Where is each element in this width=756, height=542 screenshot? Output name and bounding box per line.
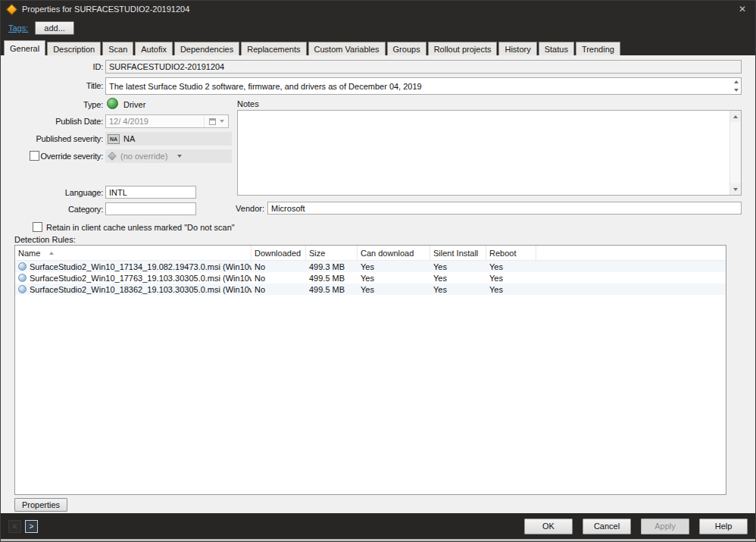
tab-general[interactable]: General <box>4 40 45 55</box>
calendar-icon <box>209 118 216 125</box>
retain-cache-label: Retain in client cache unless marked "Do… <box>46 223 235 232</box>
column-header-silent-install[interactable]: Silent Install <box>430 246 486 260</box>
driver-type-icon <box>107 98 118 109</box>
chevron-down-icon <box>220 120 224 123</box>
publish-date-picker[interactable]: 12/ 4/2019 <box>105 114 229 128</box>
help-button[interactable]: Help <box>699 519 748 534</box>
notes-scrollbar[interactable] <box>729 111 741 195</box>
language-label: Language: <box>1 188 103 197</box>
column-header-name[interactable]: Name <box>15 246 251 260</box>
column-header-downloaded[interactable]: Downloaded <box>251 246 306 260</box>
sort-ascending-icon <box>49 252 54 255</box>
calendar-dropdown[interactable] <box>204 115 228 127</box>
msi-file-icon <box>18 262 27 271</box>
tab-trending[interactable]: Trending <box>576 42 620 55</box>
ok-button[interactable]: OK <box>524 519 573 534</box>
column-header-can-download[interactable]: Can download <box>358 246 430 260</box>
msi-file-icon <box>18 274 27 282</box>
add-tag-button[interactable]: add... <box>35 21 74 35</box>
tab-replacements[interactable]: Replacements <box>241 42 306 55</box>
table-header-row: Name Downloaded Size Can download Silent… <box>15 246 726 261</box>
publish-date-value: 12/ 4/2019 <box>106 117 204 126</box>
title-bar: Properties for SURFACESTUDIO2-20191204 ✕ <box>1 1 755 17</box>
category-label: Category: <box>1 205 103 214</box>
detection-rules-label: Detection Rules: <box>14 235 76 244</box>
detection-rules-table: Name Downloaded Size Can download Silent… <box>14 245 726 495</box>
severity-na-badge: NA <box>108 134 120 144</box>
next-record-button[interactable]: > <box>25 520 38 533</box>
scroll-up-icon[interactable] <box>730 111 741 122</box>
close-icon[interactable]: ✕ <box>736 4 749 14</box>
footer-bar: < > OK Cancel Apply Help <box>1 513 755 539</box>
title-field[interactable] <box>106 78 731 94</box>
id-field[interactable] <box>105 60 742 74</box>
dialog-buttons: OK Cancel Apply Help <box>524 519 748 534</box>
severity-icon <box>108 152 116 160</box>
apply-button[interactable]: Apply <box>641 519 689 534</box>
general-tab-panel: ID: Title: Type: Driver Notes Publish Da… <box>1 55 755 513</box>
app-icon <box>7 5 17 14</box>
published-severity-label: Published severity: <box>1 134 103 143</box>
tags-link[interactable]: Tags: <box>8 23 28 33</box>
table-body: SurfaceStudio2_Win10_17134_19.082.19473.… <box>15 261 726 295</box>
category-field[interactable] <box>105 202 196 215</box>
retain-cache-checkbox[interactable] <box>33 222 42 232</box>
override-severity-label: Override severity: <box>1 152 103 161</box>
scroll-down-icon[interactable] <box>734 89 739 92</box>
tab-strip: General Description Scan Autofix Depende… <box>1 39 755 55</box>
title-field-wrap <box>105 77 742 95</box>
id-label: ID: <box>1 62 103 71</box>
tab-custom-variables[interactable]: Custom Variables <box>308 42 386 55</box>
tab-scan[interactable]: Scan <box>102 42 133 55</box>
type-label: Type: <box>1 100 103 109</box>
scroll-down-icon[interactable] <box>730 183 741 195</box>
table-row[interactable]: SurfaceStudio2_Win10_18362_19.103.30305.… <box>15 284 726 295</box>
tab-groups[interactable]: Groups <box>387 42 426 55</box>
properties-button[interactable]: Properties <box>14 498 67 512</box>
table-row[interactable]: SurfaceStudio2_Win10_17134_19.082.19473.… <box>15 261 726 272</box>
window-title: Properties for SURFACESTUDIO2-20191204 <box>22 5 189 14</box>
override-severity-dropdown[interactable]: (no override) <box>105 149 232 163</box>
title-label: Title: <box>1 81 103 90</box>
vendor-field[interactable] <box>267 202 742 215</box>
msi-file-icon <box>18 285 27 293</box>
chevron-down-icon <box>177 155 182 158</box>
record-nav: < > <box>8 520 38 533</box>
tab-status[interactable]: Status <box>539 42 574 55</box>
table-row[interactable]: SurfaceStudio2_Win10_17763_19.103.30305.… <box>15 272 726 284</box>
cancel-button[interactable]: Cancel <box>583 519 631 534</box>
tags-row: Tags: add... <box>1 17 755 39</box>
notes-field[interactable] <box>238 111 729 195</box>
column-header-size[interactable]: Size <box>306 246 358 260</box>
notes-field-wrap <box>237 110 742 196</box>
tab-rollout-projects[interactable]: Rollout projects <box>428 42 498 55</box>
tab-history[interactable]: History <box>498 42 536 55</box>
properties-dialog: Properties for SURFACESTUDIO2-20191204 ✕… <box>0 0 756 542</box>
tab-autofix[interactable]: Autofix <box>135 42 173 55</box>
vendor-label: Vendor: <box>233 204 264 213</box>
tab-description[interactable]: Description <box>47 42 101 55</box>
scroll-up-icon[interactable] <box>734 80 739 83</box>
tab-dependencies[interactable]: Dependencies <box>174 42 239 55</box>
type-value: Driver <box>123 100 145 109</box>
column-header-filler <box>536 246 726 260</box>
language-field[interactable] <box>105 186 196 199</box>
window-bottom-edge <box>1 539 755 541</box>
publish-date-label: Publish Date: <box>1 117 103 126</box>
notes-label: Notes <box>237 99 259 108</box>
previous-record-button[interactable]: < <box>8 520 21 533</box>
column-header-reboot[interactable]: Reboot <box>486 246 536 260</box>
published-severity-field: NA NA <box>105 132 232 146</box>
override-severity-value: (no override) <box>120 152 167 161</box>
title-scrollbar[interactable] <box>731 78 741 94</box>
published-severity-value: NA <box>123 134 135 143</box>
